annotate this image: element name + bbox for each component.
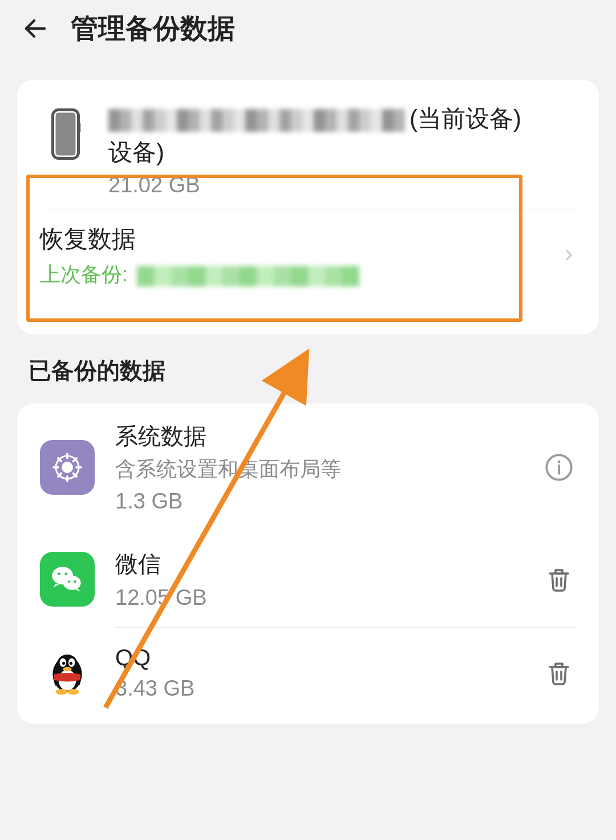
svg-point-23: [70, 662, 72, 665]
app-sub: 含系统设置和桌面布局等: [115, 455, 542, 483]
svg-point-12: [64, 573, 67, 576]
device-name: (当前设备): [108, 103, 576, 135]
redacted-backup-time: [137, 266, 359, 286]
svg-point-13: [68, 580, 70, 583]
app-name: QQ: [115, 645, 542, 671]
back-button[interactable]: [17, 10, 54, 47]
device-size: 21.02 GB: [108, 173, 576, 197]
arrow-left-icon: [22, 15, 49, 42]
app-row-qq[interactable]: QQ 3.43 GB: [17, 628, 599, 718]
svg-point-14: [74, 580, 76, 583]
app-row-wechat[interactable]: 微信 12.05 GB: [17, 531, 599, 627]
restore-data-row[interactable]: 恢复数据 上次备份:: [26, 209, 590, 309]
page-title: 管理备份数据: [71, 10, 235, 47]
header: 管理备份数据: [0, 0, 616, 57]
chevron-right-icon: [561, 243, 576, 270]
device-name-line2: 设备): [108, 136, 576, 169]
svg-point-25: [56, 689, 68, 695]
restore-title: 恢复数据: [40, 223, 561, 255]
device-suffix: (当前设备): [410, 105, 521, 132]
svg-point-10: [63, 576, 81, 590]
last-backup-prefix: 上次备份:: [40, 262, 128, 286]
app-size: 1.3 GB: [115, 489, 542, 514]
delete-button[interactable]: [542, 656, 576, 690]
svg-point-24: [63, 667, 71, 672]
apps-card: 系统数据 含系统设置和桌面布局等 1.3 GB: [17, 403, 599, 724]
app-size: 12.05 GB: [115, 585, 542, 610]
trash-icon: [545, 659, 573, 686]
trash-icon: [545, 566, 573, 593]
svg-point-11: [58, 573, 60, 576]
qq-penguin-icon: [40, 645, 95, 700]
app-row-system[interactable]: 系统数据 含系统设置和桌面布局等 1.3 GB: [17, 403, 599, 531]
svg-point-26: [67, 689, 79, 695]
wechat-icon: [40, 552, 95, 607]
app-name: 系统数据: [115, 421, 542, 452]
svg-point-8: [558, 461, 561, 463]
backed-up-section-header: 已备份的数据: [29, 355, 616, 386]
phone-icon: [40, 108, 91, 160]
svg-rect-3: [79, 123, 81, 133]
svg-point-4: [63, 463, 72, 472]
app-size: 3.43 GB: [115, 676, 542, 701]
last-backup-label: 上次备份:: [40, 261, 561, 289]
device-card: (当前设备) 设备) 21.02 GB 恢复数据 上次备份:: [17, 80, 599, 334]
app-name: 微信: [115, 548, 542, 580]
settings-gear-icon: [40, 440, 95, 495]
redacted-device-name: [108, 109, 405, 132]
device-row[interactable]: (当前设备) 设备) 21.02 GB: [17, 80, 599, 209]
info-icon: [544, 453, 574, 482]
device-info: (当前设备) 设备) 21.02 GB: [108, 103, 576, 197]
delete-button[interactable]: [542, 562, 576, 596]
svg-point-22: [62, 662, 65, 665]
svg-rect-2: [56, 113, 76, 156]
info-button[interactable]: [542, 450, 576, 484]
